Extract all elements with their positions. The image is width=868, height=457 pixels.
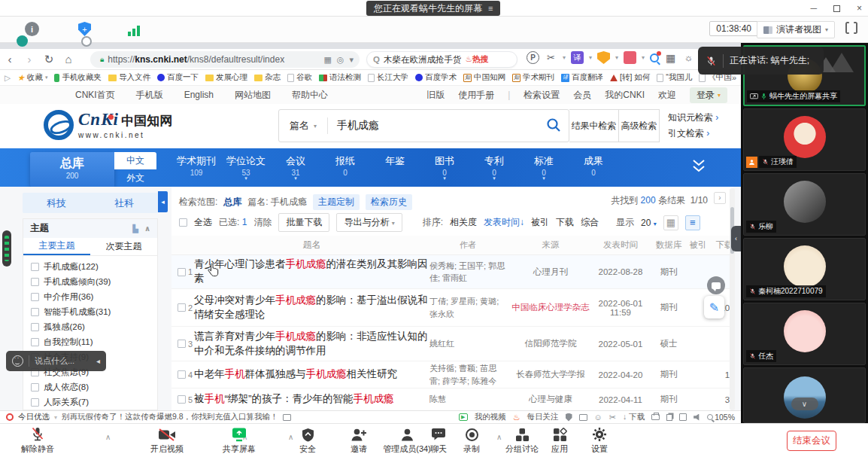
security-button[interactable]: 安全 — [299, 427, 316, 455]
my-video-label[interactable]: 我的视频 — [475, 412, 506, 422]
end-meeting-button[interactable]: 结束会议 — [787, 431, 836, 451]
protect-shield-icon[interactable]: + — [78, 22, 91, 36]
tab-social[interactable]: 社科 — [90, 193, 158, 213]
search-input[interactable]: 手机成瘾 — [328, 119, 539, 133]
nav-member[interactable]: 会员 — [573, 89, 591, 102]
smiley-icon[interactable]: ☺ — [594, 413, 602, 422]
sort-relevance[interactable]: 相关度 — [450, 216, 477, 229]
minimized-widget[interactable] — [2, 230, 11, 267]
reload-icon[interactable]: ↻ — [39, 53, 59, 66]
tab-patent[interactable]: 专利0▾ — [469, 148, 519, 187]
authors[interactable]: 姚红红 — [429, 337, 511, 350]
collapse-left-icon[interactable]: ◂ — [96, 357, 100, 365]
row-checkbox[interactable] — [178, 395, 186, 404]
authors[interactable]: 关持循; 曹颖; 苗思雷; 薛学琴; 陈雅今 — [429, 362, 511, 387]
breakout-rooms-button[interactable]: 分组讨论 — [505, 427, 539, 455]
printer-icon[interactable] — [651, 414, 660, 420]
tab-chinese[interactable]: 中文 — [114, 152, 156, 169]
chat-button[interactable]: 聊天 — [430, 427, 447, 455]
bookmark-item[interactable]: 百度一下 — [157, 72, 199, 83]
search-submit-icon[interactable] — [539, 117, 569, 135]
source-link[interactable]: 信阳师范学院 — [511, 338, 590, 349]
checkbox[interactable] — [31, 293, 39, 301]
extensions-grid-icon[interactable]: ▦ — [664, 51, 677, 64]
translate-icon[interactable]: 译 — [571, 51, 584, 64]
page-scrollbar[interactable] — [730, 188, 735, 410]
sort-cited[interactable]: 被引 — [531, 216, 549, 229]
paper-title-link[interactable]: 青少年心理门诊患者手机成瘾的潜在类别及其影响因素 — [194, 257, 429, 286]
window-icon[interactable] — [679, 413, 687, 421]
view-mode-select[interactable]: 演讲者视图 ▾ — [757, 21, 835, 38]
topic-custom-button[interactable]: 主题定制 — [313, 194, 360, 210]
my-video-icon[interactable]: ▶ — [459, 413, 468, 421]
bookmark-item[interactable]: 译百度翻译 — [561, 72, 603, 83]
emoji-icon[interactable] — [12, 355, 23, 367]
authors[interactable]: 侯秀梅; 王国平; 郭思佳; 雷雨虹 — [429, 260, 511, 285]
list-view-icon[interactable]: ≡ — [685, 215, 700, 230]
nav-my-cnki[interactable]: 我的CNKI — [605, 89, 645, 102]
record-options-chevron[interactable]: ∧ — [496, 433, 502, 441]
bookmark-item[interactable]: 手机收藏夹 — [54, 72, 102, 83]
nav-english[interactable]: English — [184, 90, 214, 100]
apps-button[interactable]: 应用 — [551, 427, 568, 455]
bookmark-item[interactable]: 导入文件 — [108, 72, 150, 83]
settings-button[interactable]: 设置 — [591, 427, 608, 455]
omnibox-hotsearch[interactable]: Q 木柴在欧洲成抢手货 ♨热搜 — [366, 51, 517, 68]
topic-checkbox-item[interactable]: 中介作用(36) — [23, 289, 157, 304]
game-extension-icon[interactable] — [624, 51, 636, 64]
screenshot-icon[interactable] — [579, 414, 587, 421]
bookmark-item[interactable]: 谷歌 — [287, 72, 312, 83]
chat-quick-input[interactable]: 说点什么... ◂ — [6, 351, 106, 371]
theme-sun-icon[interactable]: ☼ — [682, 51, 695, 64]
promo-ad-text[interactable]: 别再玩假传奇了！这款传奇爆燃9.8，你找到充值入口算我输！ — [62, 412, 278, 422]
subtab-sub-topic[interactable]: 次要主题 — [90, 238, 157, 255]
sort-download[interactable]: 下载 — [556, 216, 574, 229]
bookmark-toggle-icon[interactable]: ◎ — [337, 55, 344, 65]
sidebar-toggle-icon[interactable]: ▷ — [5, 73, 11, 82]
topic-checkbox-item[interactable]: 智能手机成瘾(31) — [23, 304, 157, 319]
paper-title-link[interactable]: 父母冲突对青少年手机成瘾的影响：基于溢出假说和情绪安全感理论 — [194, 294, 429, 322]
promo-badge[interactable]: 今日优选 — [18, 412, 50, 422]
tab-standard[interactable]: 标准0▾ — [519, 148, 569, 187]
paper-title-link[interactable]: 谎言养育对青少年手机成瘾的影响：非适应性认知的中介和无条件接纳的调节作用 — [194, 330, 429, 358]
clear-selection-button[interactable]: 清除 — [253, 216, 272, 229]
bookmark-item[interactable]: 长江大学 — [368, 72, 408, 83]
checkbox[interactable] — [31, 263, 39, 271]
download-manager[interactable]: ↓ 下载 — [623, 412, 645, 422]
share-options-chevron[interactable]: ∧ — [288, 433, 293, 441]
chat-placeholder[interactable]: 说点什么... — [35, 355, 74, 367]
back-icon[interactable]: ‹ — [0, 53, 20, 66]
topic-checkbox-item[interactable]: 成人依恋(8) — [23, 379, 157, 395]
nav-welcome[interactable]: 欢迎 — [658, 89, 676, 102]
tab-foreign[interactable]: 外文 — [114, 169, 156, 187]
video-tile-participant[interactable]: 秦柯楠2022710079 — [743, 238, 866, 300]
checkbox[interactable] — [31, 398, 39, 407]
bookmark-item[interactable]: 语法检测 — [319, 72, 361, 83]
topic-checkbox-item[interactable]: 自我控制(11) — [23, 334, 157, 349]
nav-cnki-home[interactable]: CNKI首页 — [75, 89, 115, 102]
bookmark-item[interactable]: 知中国知网 — [463, 72, 505, 83]
video-tile-participant[interactable]: 汪瑛倩 — [743, 108, 866, 171]
extension-p-icon[interactable]: P — [527, 51, 539, 64]
copy-icon[interactable] — [666, 414, 672, 421]
search-extension-icon[interactable] — [650, 53, 659, 62]
browser-tabstrip[interactable] — [0, 43, 741, 49]
video-tile-participant[interactable] — [743, 367, 866, 423]
close-button[interactable]: × — [857, 3, 862, 14]
bookmark-item[interactable]: 知学术期刊 — [512, 72, 554, 83]
source-link[interactable]: 心理与健康 — [511, 394, 590, 405]
scissors-icon[interactable]: ✂ — [545, 51, 557, 64]
chevron-icon[interactable]: ▾ — [54, 414, 57, 421]
tab-achievement[interactable]: 成果0 — [569, 148, 618, 187]
start-video-button[interactable]: 开启视频 — [150, 427, 184, 455]
banner-menu-icon[interactable]: ≡ — [488, 4, 493, 13]
select-all-checkbox[interactable] — [179, 218, 187, 227]
collapse-chevron-icon[interactable]: ∧ — [144, 224, 150, 233]
home-icon[interactable]: ⌂ — [59, 53, 78, 66]
panel-collapse-chevron[interactable]: ∨ — [791, 398, 818, 410]
nav-search-settings[interactable]: 检索设置 — [524, 89, 560, 102]
paper-title-link[interactable]: 被手机“绑架”的孩子：青少年的智能手机成瘾 — [194, 392, 429, 407]
maximize-button[interactable] — [833, 5, 840, 12]
comment-bubble-tool[interactable] — [707, 276, 725, 294]
subtab-main-topic[interactable]: 主要主题 — [23, 238, 90, 255]
